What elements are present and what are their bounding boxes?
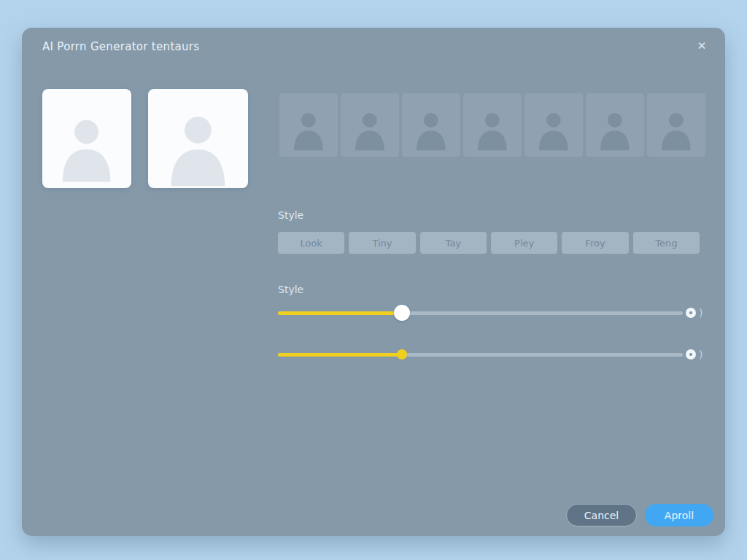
- close-icon[interactable]: ✕: [693, 37, 711, 55]
- cancel-button[interactable]: Cancel: [566, 504, 637, 526]
- avatar-placeholder-icon: [349, 102, 391, 157]
- slider-fill: [278, 353, 402, 357]
- style-option-button-2[interactable]: Tiny: [349, 232, 415, 254]
- slider-track[interactable]: [278, 311, 683, 315]
- preview-image-1[interactable]: [42, 89, 131, 188]
- style-sliders-label: Style: [278, 284, 303, 295]
- style-slider-2: ): [278, 346, 716, 363]
- style-option-button-3[interactable]: Tay: [420, 232, 487, 254]
- style-options-label: Style: [278, 209, 303, 221]
- avatar-placeholder-icon: [52, 106, 121, 188]
- avatar-placeholder-icon: [533, 102, 575, 157]
- style-slider-1: ): [278, 304, 716, 322]
- avatar-placeholder-icon: [159, 106, 237, 188]
- variant-thumbnail-4[interactable]: [463, 93, 522, 157]
- slider-track[interactable]: [278, 353, 683, 357]
- style-option-button-1[interactable]: Look: [278, 232, 344, 254]
- style-option-button-6[interactable]: Teng: [633, 232, 700, 254]
- variant-thumbnail-5[interactable]: [525, 93, 583, 157]
- variant-thumbnail-2[interactable]: [341, 93, 399, 157]
- chevron-right-icon[interactable]: ): [699, 304, 703, 322]
- slider-fill: [278, 311, 402, 315]
- avatar-placeholder-icon: [287, 102, 330, 157]
- dialog-title: AI Porrn Generator tentaurs: [42, 40, 199, 53]
- avatar-placeholder-icon: [471, 102, 514, 157]
- style-options-group: Look Tiny Tay Pley Froy Teng: [278, 232, 700, 254]
- preview-image-2[interactable]: [148, 89, 248, 188]
- avatar-placeholder-icon: [410, 102, 452, 157]
- variant-thumbnail-7[interactable]: [647, 93, 705, 157]
- generator-dialog: AI Porrn Generator tentaurs ✕ Style Look…: [22, 28, 725, 536]
- avatar-placeholder-icon: [594, 102, 636, 157]
- slider-end-badge-icon[interactable]: [686, 308, 696, 318]
- avatar-placeholder-icon: [655, 102, 697, 157]
- slider-thumb[interactable]: [397, 349, 407, 359]
- apply-button[interactable]: Aproll: [645, 504, 713, 526]
- variant-thumbnail-strip: [279, 93, 705, 157]
- chevron-right-icon[interactable]: ): [699, 346, 703, 363]
- preview-pane: [42, 89, 248, 188]
- variant-thumbnail-6[interactable]: [586, 93, 644, 157]
- slider-end-badge-icon[interactable]: [686, 349, 696, 359]
- style-option-button-4[interactable]: Pley: [491, 232, 557, 254]
- slider-thumb[interactable]: [394, 305, 410, 321]
- variant-thumbnail-1[interactable]: [279, 93, 338, 157]
- style-option-button-5[interactable]: Froy: [562, 232, 628, 254]
- variant-thumbnail-3[interactable]: [402, 93, 460, 157]
